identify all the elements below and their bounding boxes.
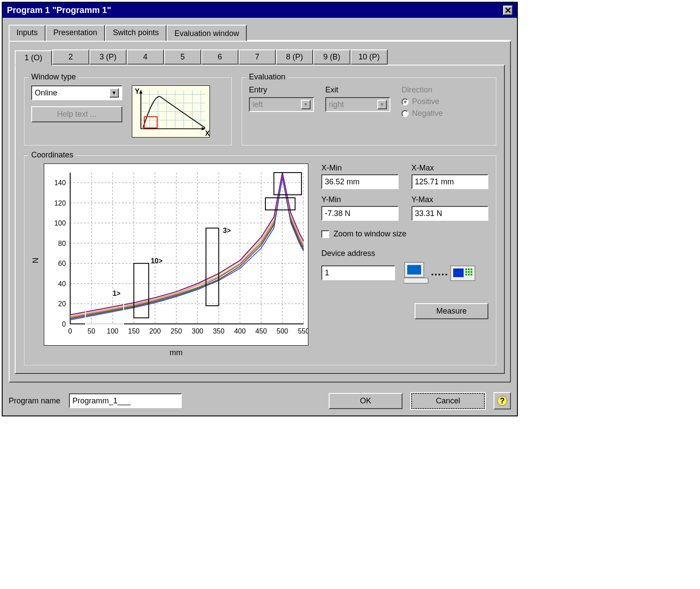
connection-icon: [404, 260, 478, 286]
direction-negative-radio[interactable]: Negative: [402, 109, 443, 118]
device-address-field[interactable]: 1: [321, 265, 395, 280]
window-type-value: Online: [35, 88, 57, 98]
svg-rect-83: [465, 271, 467, 273]
cancel-button[interactable]: Cancel: [411, 393, 485, 409]
close-icon[interactable]: ✕: [503, 6, 513, 15]
window-tab-6[interactable]: 6: [201, 49, 239, 65]
svg-text:150: 150: [128, 327, 140, 335]
xmin-field[interactable]: 36.52 mm: [321, 174, 399, 189]
svg-text:50: 50: [88, 327, 95, 335]
tab-switch-points[interactable]: Switch points: [105, 25, 167, 41]
window-detail-panel: Window type Online ▼ Help text ...: [15, 65, 505, 374]
svg-text:10>: 10>: [151, 257, 163, 265]
svg-text:140: 140: [54, 179, 66, 187]
tab-evaluation-window[interactable]: Evaluation window: [167, 25, 247, 41]
help-icon[interactable]: ?: [494, 392, 511, 409]
svg-text:450: 450: [255, 327, 267, 335]
tab-inputs[interactable]: Inputs: [9, 25, 46, 41]
svg-text:1>: 1>: [113, 290, 121, 297]
coordinates-chart[interactable]: 0501001502002503003504004505005500204060…: [44, 164, 308, 346]
window-number-tabs: 1 (O)23 (P)45678 (P)9 (B)10 (P): [15, 49, 505, 65]
svg-rect-64: [206, 228, 219, 306]
svg-point-76: [442, 274, 444, 275]
window-tab-3[interactable]: 3 (P): [89, 49, 127, 65]
direction-label: Direction: [402, 85, 443, 95]
svg-text:80: 80: [58, 240, 66, 247]
svg-text:Y: Y: [135, 88, 140, 95]
exit-label: Exit: [325, 85, 390, 95]
svg-rect-82: [471, 268, 472, 270]
window-tab-8[interactable]: 8 (P): [276, 49, 313, 65]
svg-text:100: 100: [54, 219, 66, 227]
window-type-combo[interactable]: Online ▼: [31, 85, 122, 100]
main-tab-row: InputsPresentationSwitch pointsEvaluatio…: [9, 24, 511, 41]
svg-text:?: ?: [500, 396, 505, 405]
svg-text:3>: 3>: [223, 227, 231, 234]
svg-text:X: X: [205, 130, 209, 137]
chart-xlabel: mm: [44, 348, 308, 357]
ymin-label: Y-Min: [321, 195, 399, 204]
svg-text:400: 400: [234, 327, 246, 335]
svg-rect-84: [468, 271, 470, 273]
app-window: Program 1 "Programm 1" ✕ InputsPresentat…: [2, 2, 518, 416]
ok-button[interactable]: OK: [329, 393, 402, 409]
device-address-label: Device address: [321, 249, 488, 258]
window-tab-10[interactable]: 10 (P): [350, 49, 388, 65]
main-tab-panel: 1 (O)23 (P)45678 (P)9 (B)10 (P) Window t…: [9, 41, 511, 383]
svg-point-75: [438, 274, 440, 275]
evaluation-label: Evaluation: [246, 72, 288, 82]
svg-text:20: 20: [58, 300, 66, 308]
svg-rect-88: [471, 274, 472, 275]
exit-combo[interactable]: right ▼: [325, 97, 390, 112]
xmax-label: X-Max: [412, 164, 489, 173]
xmax-field[interactable]: 125.71 mm: [412, 174, 489, 189]
coordinates-group: Coordinates N 05010015020025030035040045…: [23, 155, 496, 365]
svg-point-73: [432, 274, 433, 275]
xmin-label: X-Min: [321, 164, 399, 173]
window-tab-2[interactable]: 2: [52, 49, 89, 65]
entry-label: Entry: [249, 85, 314, 95]
svg-text:0: 0: [62, 321, 66, 328]
window-tab-9[interactable]: 9 (B): [313, 49, 350, 65]
svg-rect-80: [465, 268, 467, 270]
tab-presentation[interactable]: Presentation: [46, 25, 105, 41]
window-tab-7[interactable]: 7: [239, 49, 276, 65]
chevron-down-icon: ▼: [377, 100, 387, 109]
program-name-field[interactable]: Programm_1___: [69, 393, 182, 408]
svg-text:550: 550: [298, 327, 308, 335]
ymax-field[interactable]: 33.31 N: [412, 206, 489, 221]
program-name-label: Program name: [9, 396, 60, 406]
svg-text:250: 250: [170, 327, 182, 335]
chart-ylabel: N: [31, 258, 40, 263]
svg-rect-87: [468, 274, 470, 275]
svg-text:300: 300: [192, 327, 203, 335]
window-type-group: Window type Online ▼ Help text ...: [23, 77, 232, 145]
direction-positive-radio[interactable]: Positive: [402, 97, 443, 106]
entry-combo[interactable]: left ▼: [249, 97, 314, 112]
client-area: InputsPresentationSwitch pointsEvaluatio…: [3, 18, 517, 416]
ymin-field[interactable]: -7.38 N: [321, 206, 399, 221]
entry-value: left: [252, 100, 263, 109]
svg-rect-79: [453, 268, 464, 277]
svg-point-74: [435, 274, 437, 275]
svg-rect-85: [471, 271, 472, 273]
window-title: Program 1 "Programm 1": [7, 5, 111, 15]
window-tab-1[interactable]: 1 (O): [15, 50, 52, 65]
svg-text:40: 40: [58, 280, 66, 288]
evaluation-group: Evaluation Entry left ▼ Exit: [241, 77, 496, 145]
help-text-button[interactable]: Help text ...: [31, 106, 122, 122]
window-tab-5[interactable]: 5: [164, 49, 201, 65]
svg-text:60: 60: [58, 260, 66, 267]
svg-rect-66: [274, 173, 302, 195]
zoom-checkbox[interactable]: Zoom to window size: [321, 229, 488, 239]
window-tab-4[interactable]: 4: [127, 49, 164, 65]
chevron-down-icon: ▼: [301, 100, 311, 109]
measure-button[interactable]: Measure: [415, 303, 488, 319]
svg-rect-86: [465, 274, 467, 275]
svg-rect-72: [404, 278, 428, 283]
svg-text:350: 350: [213, 327, 225, 335]
svg-text:200: 200: [149, 327, 161, 335]
svg-text:100: 100: [107, 327, 118, 335]
svg-text:500: 500: [277, 327, 288, 335]
window-type-preview: X Y: [132, 85, 210, 137]
